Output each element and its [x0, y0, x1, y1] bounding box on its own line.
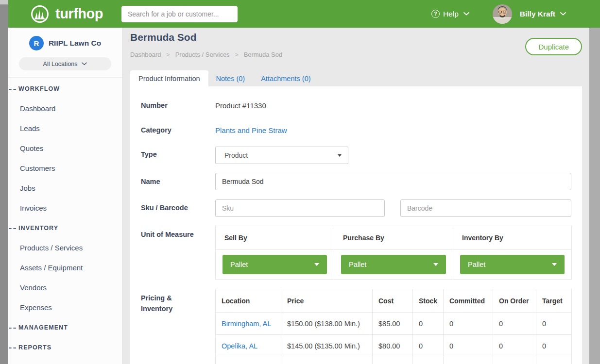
app-window: turfhop ? Help	[0, 0, 600, 364]
sidebar-item-invoices[interactable]: Invoices	[8, 198, 122, 218]
vertical-scrollbar[interactable]	[589, 28, 600, 364]
pricing-inventory-table: Location Price Cost Stock Committed On O…	[215, 289, 572, 364]
sidebar-item-jobs[interactable]: Jobs	[8, 178, 122, 198]
select-caret-icon	[338, 154, 342, 157]
inventory-by-dropdown[interactable]: Pallet	[460, 255, 565, 274]
breadcrumb-separator: >	[167, 51, 170, 58]
tab-notes[interactable]: Notes (0)	[216, 70, 245, 87]
user-name: Billy Kraft	[520, 10, 555, 18]
sidebar-item-dashboard[interactable]: Dashboard	[8, 99, 122, 118]
help-icon: ?	[431, 10, 440, 18]
sku-barcode-label: Sku / Barcode	[141, 204, 188, 212]
sidebar-section-inventory[interactable]: INVENTORY	[8, 218, 122, 238]
chevron-down-icon	[463, 12, 469, 16]
dropdown-caret-icon	[314, 263, 319, 266]
sidebar-item-vendors[interactable]: Vendors	[8, 278, 122, 298]
purchase-by-dropdown[interactable]: Pallet	[341, 255, 446, 274]
sell-by-dropdown[interactable]: Pallet	[223, 255, 327, 274]
section-dash-icon	[9, 347, 16, 348]
unit-of-measure-label: Unit of Measure	[141, 231, 194, 238]
uom-col-purchase-by: Purchase By	[334, 226, 453, 250]
uom-col-sell-by: Sell By	[216, 226, 334, 250]
location-link[interactable]: Birmingham, AL	[216, 313, 281, 335]
sidebar-item-expenses[interactable]: Expenses	[8, 298, 122, 317]
product-info-panel: Number Product #11330 Category Plants an…	[130, 86, 582, 364]
company-logo: R	[29, 36, 44, 50]
global-search-input[interactable]	[121, 6, 238, 22]
breadcrumb-separator: >	[235, 51, 239, 58]
sku-input[interactable]	[215, 199, 385, 217]
section-dash-icon	[9, 89, 16, 90]
help-menu[interactable]: ? Help	[431, 10, 469, 18]
category-label: Category	[141, 126, 171, 134]
page-title: Bermuda Sod	[130, 32, 197, 43]
category-link[interactable]: Plants and Pine Straw	[215, 126, 287, 134]
uom-col-inventory-by: Inventory By	[453, 226, 572, 250]
window-edge-strip	[0, 0, 8, 364]
name-input[interactable]	[215, 173, 571, 190]
user-avatar	[493, 4, 512, 24]
unit-of-measure-table: Sell By Purchase By Inventory By Pallet …	[215, 226, 572, 280]
sidebar-section-management[interactable]: MANAGEMENT	[8, 317, 122, 337]
sidebar-item-products-services[interactable]: Products / Services	[8, 238, 122, 258]
type-select[interactable]: Product	[215, 147, 348, 164]
brand-name[interactable]: turfhop	[55, 6, 103, 22]
dropdown-caret-icon	[433, 263, 438, 266]
sidebar-item-leads[interactable]: Leads	[8, 118, 122, 138]
chevron-down-icon	[82, 62, 87, 66]
number-label: Number	[141, 101, 168, 109]
location-filter-dropdown[interactable]: All Locations	[19, 57, 111, 70]
section-dash-icon	[9, 228, 16, 229]
pricing-inventory-label: Pricing & Inventory	[141, 293, 189, 314]
sidebar-section-reports[interactable]: REPORTS	[8, 337, 122, 357]
barcode-input[interactable]	[400, 199, 571, 217]
sidebar-nav: WORKFLOW Dashboard Leads Quotes Customer…	[8, 78, 122, 357]
sidebar-item-quotes[interactable]: Quotes	[8, 138, 122, 158]
top-navbar: turfhop ? Help	[0, 0, 600, 28]
tab-attachments[interactable]: Attachments (0)	[261, 70, 310, 87]
type-label: Type	[141, 150, 157, 158]
breadcrumb-products-services[interactable]: Products / Services	[175, 51, 230, 58]
tab-product-information[interactable]: Product Information	[130, 70, 208, 87]
tab-bar: Product Information Notes (0) Attachment…	[130, 70, 311, 87]
main-content: Bermuda Sod Dashboard > Products / Servi…	[122, 28, 600, 364]
sidebar-company-header: R RIIPL Lawn Co All Locations	[8, 28, 122, 78]
duplicate-button[interactable]: Duplicate	[525, 38, 582, 55]
table-row: Opelika, AL $145.00 ($135.00 Min.) $80.0…	[216, 335, 572, 357]
sidebar: R RIIPL Lawn Co All Locations WORKFLOW D…	[8, 28, 122, 364]
name-label: Name	[141, 178, 160, 185]
company-name: RIIPL Lawn Co	[49, 39, 101, 48]
table-row: Birmingham, AL $150.00 ($138.00 Min.) $8…	[216, 313, 572, 335]
sidebar-item-customers[interactable]: Customers	[8, 158, 122, 178]
section-dash-icon	[9, 328, 16, 329]
number-value: Product #11330	[215, 101, 266, 110]
breadcrumb: Dashboard > Products / Services > Bermud…	[130, 51, 282, 58]
sidebar-section-workflow[interactable]: WORKFLOW	[8, 79, 122, 99]
dropdown-caret-icon	[552, 263, 557, 266]
breadcrumb-dashboard[interactable]: Dashboard	[130, 51, 161, 58]
chevron-down-icon	[560, 12, 566, 16]
turfhop-grass-logo-icon	[30, 4, 50, 24]
table-row-partial	[216, 357, 572, 364]
pricing-header-row: Location Price Cost Stock Committed On O…	[216, 289, 572, 313]
location-link[interactable]: Opelika, AL	[216, 335, 281, 357]
user-menu[interactable]: Billy Kraft	[493, 4, 566, 24]
breadcrumb-current: Bermuda Sod	[244, 51, 283, 58]
sidebar-item-assets-equipment[interactable]: Assets / Equipment	[8, 258, 122, 278]
